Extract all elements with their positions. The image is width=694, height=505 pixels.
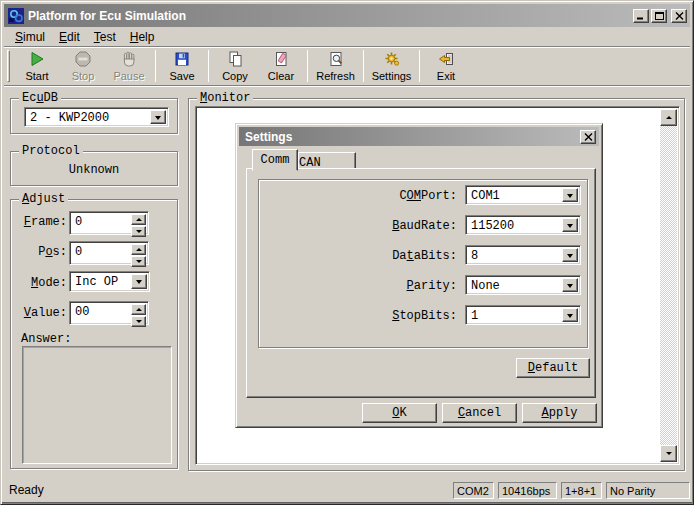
mode-combo[interactable]: Inc OP: [69, 271, 150, 292]
ecudb-combo[interactable]: 2 - KWP2000: [24, 107, 169, 127]
minimize-button[interactable]: [633, 9, 649, 23]
value-value: 00: [70, 302, 131, 324]
parity-label: Parity:: [307, 279, 457, 293]
status-parity: No Parity: [606, 482, 690, 499]
window-title: Platform for Ecu Simulation: [28, 9, 631, 23]
default-button[interactable]: Default: [516, 358, 590, 378]
copy-button[interactable]: Copy: [212, 48, 258, 85]
menu-help[interactable]: Help: [123, 28, 162, 46]
pos-spinner[interactable]: 0: [69, 241, 149, 265]
chevron-down-icon: [567, 284, 573, 291]
chevron-down-icon: [567, 314, 573, 321]
refresh-button[interactable]: Refresh: [311, 48, 360, 85]
pos-value: 0: [70, 242, 131, 264]
close-icon: [675, 12, 684, 20]
toolbar-separator: [363, 50, 364, 82]
value-spin-down-button[interactable]: [131, 316, 146, 327]
ecudb-combo-value: 2 - KWP2000: [25, 108, 150, 126]
title-bar: Platform for Ecu Simulation: [4, 4, 690, 27]
settings-dialog: Settings Comm CAN Info COMPort: COM1 Bau…: [235, 123, 603, 428]
stopbits-combo[interactable]: 1: [465, 305, 581, 325]
frame-spin-down-button[interactable]: [131, 226, 146, 237]
toolbar-separator: [419, 50, 420, 82]
toolbar-separator: [307, 50, 308, 82]
comport-combo[interactable]: COM1: [465, 185, 581, 205]
start-button[interactable]: Start: [14, 48, 60, 85]
frame-label: Frame:: [15, 215, 67, 229]
settings-icon: [383, 49, 401, 69]
databits-combo-dropdown-button[interactable]: [562, 248, 578, 262]
parity-combo-dropdown-button[interactable]: [562, 278, 578, 292]
comport-combo-dropdown-button[interactable]: [562, 188, 578, 202]
exit-icon: [437, 49, 455, 69]
cancel-button[interactable]: Cancel: [442, 403, 517, 423]
pos-label: Pos:: [15, 245, 67, 259]
scroll-up-button[interactable]: [660, 109, 677, 126]
settings-button[interactable]: Settings: [367, 48, 416, 85]
clear-button[interactable]: Clear: [258, 48, 304, 85]
databits-combo-value: 8: [466, 246, 562, 264]
status-baud-rate: 10416bps: [498, 482, 557, 499]
pause-hand-icon: [120, 49, 138, 69]
pos-spin-up-button[interactable]: [131, 244, 146, 255]
minimize-icon: [637, 12, 645, 20]
baudrate-combo[interactable]: 115200: [465, 215, 581, 235]
parity-combo[interactable]: None: [465, 275, 581, 295]
save-icon: [173, 49, 191, 69]
close-button[interactable]: [671, 9, 687, 23]
tab-comm[interactable]: Comm: [252, 149, 298, 171]
databits-combo[interactable]: 8: [465, 245, 581, 265]
menu-simul[interactable]: Simul: [8, 28, 52, 46]
chevron-down-icon: [136, 320, 142, 326]
parity-combo-value: None: [466, 276, 562, 294]
chevron-up-icon: [136, 305, 142, 311]
menu-edit[interactable]: Edit: [52, 28, 87, 46]
frame-value: 0: [70, 212, 131, 234]
chevron-down-icon: [136, 230, 142, 236]
stopbits-label: StopBits:: [307, 309, 457, 323]
apply-button[interactable]: Apply: [522, 403, 597, 423]
frame-spin-up-button[interactable]: [131, 214, 146, 225]
stop-button: Stop: [60, 48, 106, 85]
toolbar-grip[interactable]: [7, 50, 10, 82]
mode-combo-value: Inc OP: [70, 272, 131, 291]
comport-combo-value: COM1: [466, 186, 562, 204]
ecudb-group: EcuDB 2 - KWP2000: [10, 98, 178, 134]
mode-combo-dropdown-button[interactable]: [131, 274, 147, 289]
comm-tab-panel: COMPort: COM1 BaudRate: 115200 DataBits:…: [246, 168, 596, 398]
frame-spinner[interactable]: 0: [69, 211, 149, 235]
chevron-down-icon: [136, 260, 142, 266]
settings-dialog-title: Settings: [245, 130, 578, 144]
settings-dialog-close-button[interactable]: [580, 130, 596, 144]
menu-test[interactable]: Test: [87, 28, 123, 46]
value-spin-up-button[interactable]: [131, 304, 146, 315]
app-window: Platform for Ecu Simulation Simul Edit T…: [0, 0, 694, 505]
ecudb-group-label: EcuDB: [19, 91, 61, 105]
stopbits-combo-dropdown-button[interactable]: [562, 308, 578, 322]
databits-label: DataBits:: [307, 249, 457, 263]
refresh-icon: [327, 49, 345, 69]
maximize-button[interactable]: [651, 9, 667, 23]
value-spinner[interactable]: 00: [69, 301, 149, 325]
pos-spin-down-button[interactable]: [131, 256, 146, 267]
chevron-down-icon: [567, 224, 573, 231]
protocol-group: Protocol Unknown: [10, 151, 178, 186]
stopbits-combo-value: 1: [466, 306, 562, 324]
exit-button[interactable]: Exit: [423, 48, 469, 85]
scrollbar-track[interactable]: [660, 126, 677, 445]
app-icon: [8, 8, 24, 24]
save-button[interactable]: Save: [159, 48, 205, 85]
ok-button[interactable]: OK: [362, 403, 437, 423]
status-ready-text: Ready: [9, 483, 44, 497]
protocol-group-label: Protocol: [19, 144, 83, 158]
scroll-down-button[interactable]: [660, 445, 677, 462]
baudrate-combo-dropdown-button[interactable]: [562, 218, 578, 232]
monitor-scrollbar[interactable]: [660, 109, 677, 462]
pause-button: Pause: [106, 48, 152, 85]
ecudb-combo-dropdown-button[interactable]: [150, 110, 166, 124]
chevron-down-icon: [136, 280, 142, 287]
copy-icon: [226, 49, 244, 69]
answer-box: [22, 346, 172, 464]
mode-label: Mode:: [15, 276, 67, 290]
adjust-group-label: Adjust: [19, 192, 68, 206]
